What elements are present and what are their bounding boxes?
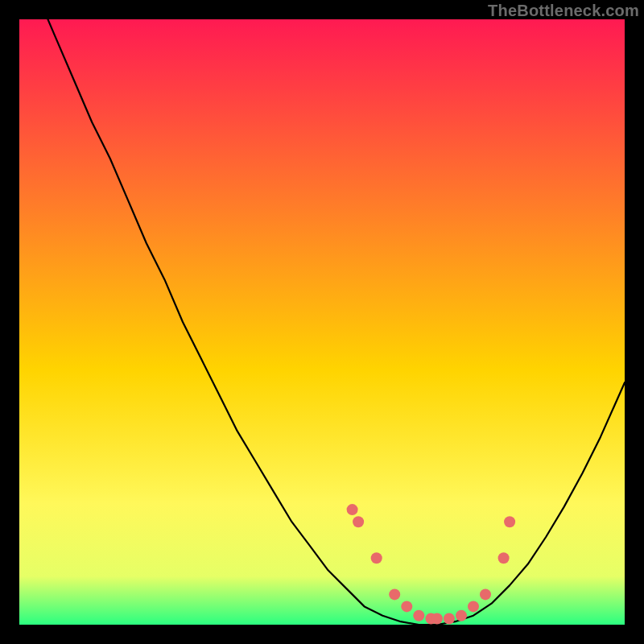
curve-marker: [371, 552, 382, 564]
curve-marker: [401, 601, 412, 612]
curve-marker: [389, 588, 400, 600]
curve-marker: [456, 610, 467, 621]
curve-marker: [353, 516, 364, 527]
attribution-text: TheBottleneck.com: [488, 2, 639, 20]
chart-frame: [19, 19, 625, 625]
bottleneck-chart: [19, 19, 625, 625]
curve-marker: [444, 613, 455, 625]
curve-marker: [431, 613, 443, 625]
curve-marker: [498, 552, 510, 564]
curve-marker: [413, 610, 424, 621]
curve-marker: [480, 588, 491, 600]
curve-marker: [347, 504, 358, 515]
curve-marker: [504, 516, 515, 527]
gradient-background: [19, 19, 625, 625]
curve-marker: [468, 601, 479, 612]
